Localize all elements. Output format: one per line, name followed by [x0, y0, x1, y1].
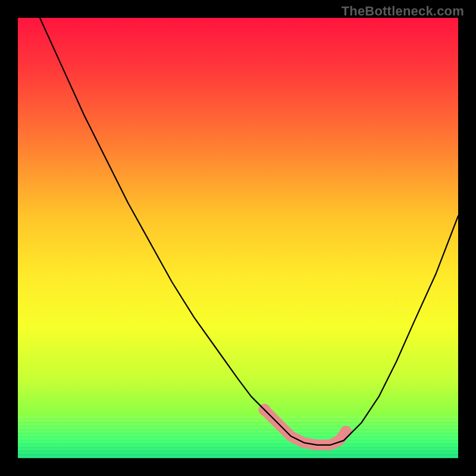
- svg-rect-7: [18, 431, 458, 432]
- svg-rect-8: [18, 427, 458, 428]
- svg-rect-2: [18, 449, 458, 450]
- highlight-endpoint: [340, 426, 352, 438]
- svg-rect-3: [18, 445, 458, 446]
- svg-rect-6: [18, 434, 458, 436]
- svg-rect-10: [18, 420, 458, 421]
- chart-frame: TheBottleneck.com: [0, 0, 476, 476]
- plot-background: [18, 18, 458, 458]
- svg-rect-5: [18, 438, 458, 439]
- svg-rect-1: [18, 452, 458, 453]
- watermark-text: TheBottleneck.com: [342, 4, 464, 19]
- svg-rect-0: [18, 456, 458, 457]
- svg-rect-4: [18, 441, 458, 443]
- svg-rect-9: [18, 424, 458, 425]
- svg-rect-11: [18, 416, 458, 418]
- bottleneck-chart: [0, 0, 476, 476]
